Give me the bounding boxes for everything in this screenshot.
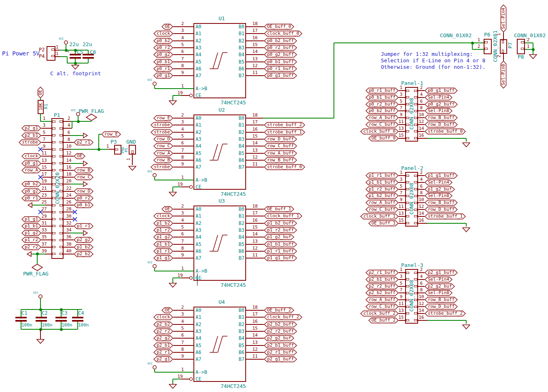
net-label[interactable]: row_A_buff	[365, 199, 399, 206]
gnd-symbol[interactable]	[71, 65, 79, 70]
net-label[interactable]: p0_b2	[153, 38, 173, 44]
net-label[interactable]: row_C_buff	[365, 303, 399, 310]
net-label[interactable]: clock_buff_1	[360, 213, 399, 220]
net-label[interactable]: row_D	[74, 188, 93, 195]
net-label[interactable]: p0_g2_buff	[264, 51, 297, 58]
net-label[interactable]: p1_g1_buff	[264, 255, 297, 261]
net-label[interactable]: strobe	[151, 129, 173, 136]
net-label[interactable]: p2_g1	[21, 125, 41, 131]
net-label[interactable]: p2_b1_buff	[365, 276, 399, 283]
net-label[interactable]: p2_g1	[153, 356, 173, 362]
net-label[interactable]: p2_r1	[153, 349, 173, 356]
net-label[interactable]: p2_g2_buf	[425, 283, 455, 290]
net-label[interactable]: strobe_buff_2	[425, 310, 466, 317]
net-label[interactable]: Sel-Pin8	[425, 290, 452, 296]
net-label[interactable]: OE	[37, 87, 44, 98]
net-label[interactable]: p0_r1	[153, 66, 173, 72]
net-label[interactable]: row_A_buff	[365, 297, 399, 303]
net-label[interactable]: strobe_buff_0	[264, 164, 305, 170]
net-label[interactable]: p1_g1_buff	[425, 172, 458, 179]
net-label[interactable]: p2_r2_buff	[264, 328, 297, 335]
net-label[interactable]: p0_b1	[153, 59, 173, 65]
net-label[interactable]: p2_b2	[74, 251, 93, 257]
net-label[interactable]: Sel-Pin8	[425, 193, 452, 199]
net-label[interactable]: row_D_buff	[425, 121, 458, 128]
net-label[interactable]: p0_g1	[21, 160, 41, 167]
net-label[interactable]: p1_r1	[74, 223, 93, 229]
net-label[interactable]: clock	[153, 213, 173, 219]
net-label[interactable]: p1_b2	[74, 244, 93, 250]
net-label[interactable]: p0_b1	[74, 202, 93, 208]
gnd-symbol[interactable]	[169, 100, 177, 105]
net-label[interactable]: OE	[74, 153, 85, 159]
net-label[interactable]: p0_b1_buff	[264, 59, 297, 65]
net-label[interactable]: p0_r2	[153, 44, 173, 51]
net-label[interactable]: row_C	[153, 143, 173, 149]
gnd-symbol[interactable]	[169, 384, 177, 389]
net-label[interactable]: row_B	[153, 157, 173, 163]
net-label[interactable]: row_B_buff	[425, 114, 458, 121]
net-label[interactable]: strobe_buff_0	[425, 128, 466, 135]
pwr-flag-symbol[interactable]	[32, 264, 43, 271]
net-label[interactable]: p0_r1_buff	[365, 87, 399, 94]
vcc-symbol[interactable]	[64, 40, 68, 45]
net-label[interactable]: p0_g2_buff	[425, 101, 458, 108]
net-label[interactable]: p0_r1_buff	[264, 66, 297, 72]
net-label[interactable]: row_A	[21, 167, 41, 174]
net-label[interactable]: row_B_buff	[264, 157, 297, 163]
net-label[interactable]: strobe	[151, 164, 173, 170]
net-label[interactable]: clock_buff_1	[264, 213, 302, 219]
net-label[interactable]: row_A_buff	[365, 114, 399, 121]
net-label[interactable]: row_E	[153, 115, 173, 121]
net-label[interactable]: p1_r1_buff	[264, 248, 297, 254]
net-label[interactable]: p1_b2_buff	[365, 193, 399, 199]
net-label[interactable]: p2_r2	[21, 244, 41, 250]
net-label[interactable]: p1_b2_buff	[264, 220, 297, 227]
net-label[interactable]: Sel-Pin8	[425, 108, 452, 114]
net-label[interactable]: p1_r2	[21, 237, 41, 243]
net-label[interactable]: p1_r2_buff	[365, 186, 399, 193]
net-label[interactable]: p0_b2	[21, 181, 41, 187]
gnd-symbol[interactable]	[36, 339, 45, 344]
net-label[interactable]: row_D	[153, 136, 173, 142]
net-label[interactable]: p1_b1_buff	[264, 241, 297, 248]
net-label[interactable]: clock_buff_2	[264, 314, 302, 320]
net-label[interactable]: OE_buff_2	[264, 307, 294, 314]
net-label[interactable]: p1_g1	[21, 216, 41, 222]
net-label[interactable]: p1_b2	[153, 220, 173, 227]
net-label[interactable]: OE_buff_0	[368, 135, 399, 142]
gnd-symbol[interactable]	[169, 283, 177, 288]
net-label[interactable]: strobe_buff_1	[425, 213, 466, 220]
net-label[interactable]: p2_r2_buff	[365, 283, 399, 290]
net-label[interactable]: p0_g1_buff	[425, 87, 458, 94]
net-label[interactable]: OE	[161, 23, 173, 30]
net-label[interactable]: OE	[161, 206, 173, 212]
net-label[interactable]: p2_b1	[21, 132, 41, 139]
net-label[interactable]: OE_buff_0	[264, 23, 294, 30]
net-label[interactable]: p2_g2_buf	[264, 335, 294, 341]
net-label[interactable]: row_C	[74, 174, 93, 180]
net-label[interactable]: p2_b1	[153, 342, 173, 349]
net-label[interactable]: p1_r2_buff	[264, 227, 297, 233]
net-label[interactable]: p2_r2	[153, 328, 173, 335]
net-label[interactable]: strobe_buff_1	[264, 129, 305, 136]
gnd-symbol[interactable]	[462, 227, 470, 232]
net-label[interactable]: p1_r1	[153, 248, 173, 254]
net-label[interactable]: p2_r1_buff	[365, 269, 399, 276]
net-label[interactable]: row_B_buff	[425, 199, 458, 206]
gnd-symbol[interactable]	[462, 142, 470, 147]
net-label[interactable]: p2_r1_buff	[264, 349, 297, 356]
net-label[interactable]: Sel-Pin4	[500, 4, 507, 32]
net-label[interactable]: p2_g2	[153, 335, 173, 341]
net-label[interactable]: p0_r1	[21, 195, 41, 201]
net-label[interactable]: row_D_buff	[264, 136, 297, 142]
gnd-symbol[interactable]	[462, 324, 470, 329]
net-label[interactable]: row_C_buff	[365, 121, 399, 128]
net-label[interactable]: p1_g1	[153, 255, 173, 261]
net-label[interactable]: Sel-Pin4	[425, 179, 452, 186]
net-label[interactable]: row_B_buff	[425, 297, 458, 303]
net-label[interactable]: p1_b1_buff	[365, 179, 399, 186]
pwr-flag-symbol[interactable]	[86, 114, 97, 121]
net-label[interactable]: row_D_buff	[425, 206, 458, 213]
net-label[interactable]: clock_buff_2	[360, 310, 399, 317]
